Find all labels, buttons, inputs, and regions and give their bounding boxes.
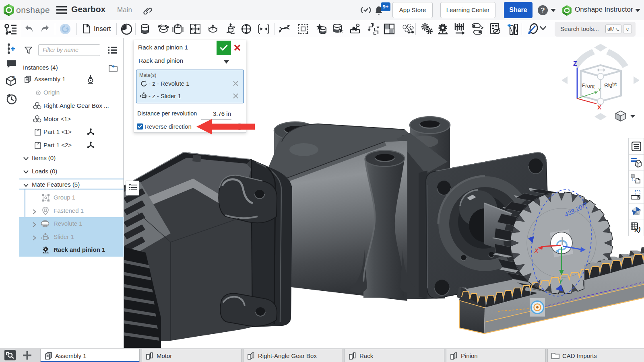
svg-text:Z: Z (573, 60, 577, 67)
svg-text:Y: Y (598, 87, 601, 92)
svg-text:x): x) (634, 226, 640, 233)
svg-text:?: ? (12, 75, 15, 81)
svg-text:Y: Y (559, 278, 563, 285)
svg-text:X: X (534, 247, 539, 254)
svg-text:X: X (597, 104, 601, 111)
